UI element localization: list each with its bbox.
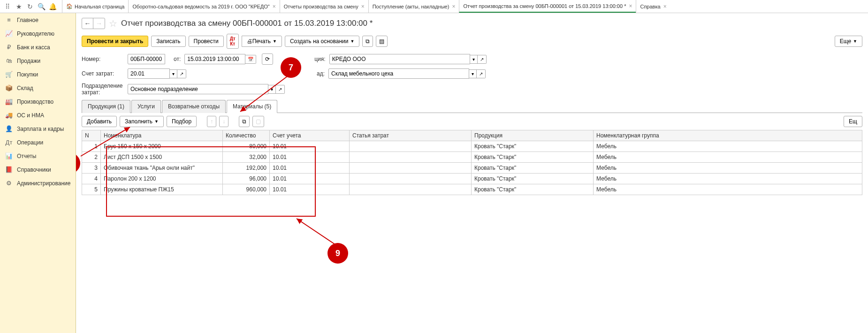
table-header[interactable]: N <box>82 130 101 141</box>
table-cell[interactable]: 2 <box>82 151 101 162</box>
table-cell[interactable]: Мебель <box>594 173 862 184</box>
close-icon[interactable]: × <box>273 3 276 10</box>
sidebar-item[interactable]: ⚙Администрирование <box>0 176 76 190</box>
doc-tab[interactable]: Продукция (1) <box>82 100 130 113</box>
sidebar-item[interactable]: ≡Главное <box>0 13 76 27</box>
table-cell[interactable]: Лист ДСП 1500 х 1500 <box>101 151 223 162</box>
copy-icon[interactable]: ⧉ <box>239 116 250 127</box>
dropdown-icon[interactable]: ▾ <box>170 69 177 78</box>
table-cell[interactable]: Пружины кроватные ПЖ15 <box>101 184 223 195</box>
table-cell[interactable]: Кровать "Старк" <box>472 173 594 184</box>
dropdown-icon[interactable]: ▾ <box>470 55 478 64</box>
table-row[interactable]: 5Пружины кроватные ПЖ15960,00010.01Крова… <box>82 184 862 195</box>
org-input[interactable] <box>329 54 470 64</box>
move-up-icon[interactable]: ↑ <box>207 116 216 127</box>
top-tab[interactable]: Оборотно-сальдовая ведомость за 2019 г. … <box>128 0 279 13</box>
table-header[interactable]: Статья затрат <box>350 130 472 141</box>
table-cell[interactable]: 5 <box>82 184 101 195</box>
materials-table[interactable]: NНоменклатураКоличествоСчет учетаСтатья … <box>82 130 862 195</box>
close-icon[interactable]: × <box>452 3 455 10</box>
table-row[interactable]: 4Паролон 200 х 120096,00010.01Кровать "С… <box>82 173 862 184</box>
fill-button[interactable]: Заполнить▼ <box>120 116 164 127</box>
top-tab[interactable]: Поступление (акты, накладные)× <box>368 0 459 13</box>
list-icon[interactable]: ▤ <box>376 36 388 47</box>
table-cell[interactable]: Кровать "Старк" <box>472 141 594 151</box>
apps-icon[interactable]: ⠿ <box>2 1 13 12</box>
table-row[interactable]: 1Брус 150 х 150 х 200080,00010.01Кровать… <box>82 141 862 151</box>
table-cell[interactable]: Паролон 200 х 1200 <box>101 173 223 184</box>
create-based-button[interactable]: Создать на основании▼ <box>285 36 359 47</box>
table-cell[interactable]: Мебель <box>594 162 862 173</box>
table-cell[interactable]: 10.01 <box>270 141 350 151</box>
top-tab[interactable]: Справка× <box>636 0 670 13</box>
sidebar-item[interactable]: ДтОперации <box>0 136 76 149</box>
close-icon[interactable]: × <box>629 3 632 9</box>
date-input[interactable] <box>184 54 245 64</box>
table-cell[interactable]: Мебель <box>594 141 862 151</box>
table-cell[interactable]: 1 <box>82 141 101 151</box>
history-icon[interactable]: ↻ <box>24 1 36 12</box>
struct-icon[interactable]: ⧉ <box>362 36 373 47</box>
table-cell[interactable]: Кровать "Старк" <box>472 162 594 173</box>
dropdown-icon[interactable]: ▾ <box>469 69 477 78</box>
sidebar-item[interactable]: ₽Банк и касса <box>0 40 76 54</box>
table-cell[interactable]: 80,000 <box>223 141 270 151</box>
paste-icon[interactable]: ▢ <box>252 116 264 127</box>
table-cell[interactable] <box>350 141 472 151</box>
open-icon[interactable]: ↗ <box>177 69 186 78</box>
doc-tab[interactable]: Возвратные отходы <box>162 100 226 113</box>
sidebar-item[interactable]: 📈Руководителю <box>0 27 76 40</box>
table-cell[interactable]: Обивочная ткань "Арья онли найт" <box>101 162 223 173</box>
more-button-short[interactable]: Ещ <box>844 116 862 127</box>
table-cell[interactable] <box>350 184 472 195</box>
sidebar-item[interactable]: 🛍Продажи <box>0 54 76 68</box>
warehouse-input[interactable] <box>328 68 469 79</box>
search-icon[interactable]: 🔍 <box>36 1 47 12</box>
bell-icon[interactable]: 🔔 <box>47 1 58 12</box>
print-button[interactable]: 🖨 Печать▼ <box>242 36 282 47</box>
record-button[interactable]: Записать <box>151 36 185 47</box>
doc-tab[interactable]: Материалы (5) <box>227 100 277 113</box>
table-cell[interactable]: 10.01 <box>270 162 350 173</box>
close-icon[interactable]: × <box>663 3 667 10</box>
open-icon[interactable]: ↗ <box>276 85 285 94</box>
table-cell[interactable]: 96,000 <box>223 173 270 184</box>
doc-tab[interactable]: Услуги <box>131 100 161 113</box>
dropdown-icon[interactable]: ▾ <box>268 85 276 94</box>
table-cell[interactable]: 4 <box>82 173 101 184</box>
sidebar-item[interactable]: 🏭Производство <box>0 95 76 108</box>
more-button[interactable]: Еще▼ <box>835 36 862 47</box>
table-cell[interactable]: 3 <box>82 162 101 173</box>
table-cell[interactable]: Мебель <box>594 151 862 162</box>
sidebar-item[interactable]: 👤Зарплата и кадры <box>0 122 76 136</box>
sidebar-item[interactable]: 🚚ОС и НМА <box>0 108 76 122</box>
move-down-icon[interactable]: ↓ <box>219 116 228 127</box>
dtkt-icon[interactable]: ДтКт <box>227 34 239 49</box>
table-cell[interactable]: 32,000 <box>223 151 270 162</box>
top-tab[interactable]: Отчет производства за смену 00БП-000001 … <box>459 0 636 13</box>
division-input[interactable] <box>128 84 268 94</box>
table-cell[interactable]: Мебель <box>594 184 862 195</box>
post-and-close-button[interactable]: Провести и закрыть <box>82 36 148 47</box>
table-header[interactable]: Счет учета <box>270 130 350 141</box>
open-icon[interactable]: ↗ <box>477 69 486 78</box>
top-tab[interactable]: Отчеты производства за смену× <box>280 0 368 13</box>
table-header[interactable]: Номенклатурная группа <box>594 130 862 141</box>
open-icon[interactable]: ↗ <box>478 55 487 64</box>
sidebar-item[interactable]: 📕Справочники <box>0 163 76 176</box>
table-cell[interactable]: 192,000 <box>223 162 270 173</box>
table-cell[interactable] <box>350 162 472 173</box>
table-cell[interactable]: 10.01 <box>270 173 350 184</box>
number-input[interactable] <box>128 54 165 64</box>
table-cell[interactable]: Кровать "Старк" <box>472 151 594 162</box>
add-button[interactable]: Добавить <box>82 116 117 127</box>
table-header[interactable]: Номенклатура <box>101 130 223 141</box>
star-icon[interactable]: ★ <box>13 1 24 12</box>
select-button[interactable]: Подбор <box>167 116 197 127</box>
calendar-icon[interactable]: 📅 <box>245 55 256 64</box>
account-input[interactable] <box>128 68 170 79</box>
table-cell[interactable]: 10.01 <box>270 151 350 162</box>
table-cell[interactable]: Кровать "Старк" <box>472 184 594 195</box>
table-cell[interactable]: 10.01 <box>270 184 350 195</box>
sidebar-item[interactable]: 📊Отчеты <box>0 149 76 163</box>
